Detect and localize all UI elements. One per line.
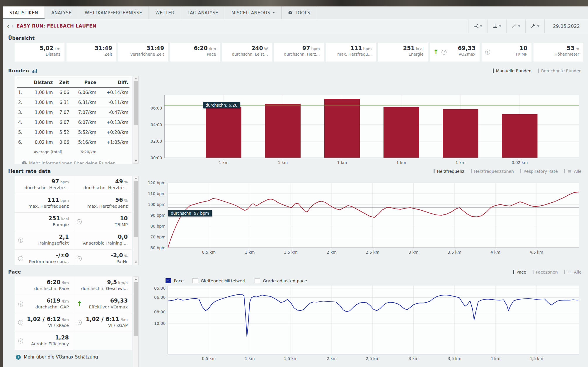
laps-section-head: Runden Manuelle RundenBerechnete Runden bbox=[3, 66, 588, 75]
view-link-label: Manuelle Runden bbox=[496, 69, 531, 73]
stat-icons: ↑? bbox=[433, 49, 446, 55]
legend-checkbox[interactable] bbox=[255, 278, 260, 283]
chevron-down-icon bbox=[518, 25, 520, 27]
tab-wettkampfergebnisse[interactable]: WETTKAMPFERGEBNISSE bbox=[78, 6, 149, 19]
stat-value: 2,1 bbox=[59, 233, 69, 240]
info-icon: i bbox=[16, 355, 21, 360]
scroll-thumb[interactable] bbox=[134, 81, 138, 125]
legend-item-grade-adjusted-pace[interactable]: Grade adjusted pace bbox=[255, 278, 307, 283]
next-activity-icon[interactable]: › bbox=[11, 23, 14, 29]
view-link-pacezonen[interactable]: Pacezonen bbox=[533, 270, 558, 274]
check-dash-icon bbox=[167, 281, 169, 281]
heart-rate-chart[interactable]: 0,5 km1 km1,5 km2 km2,5 km3 km3,5 km4 km… bbox=[147, 176, 582, 265]
cell-zeit: 6:31 bbox=[54, 98, 70, 107]
view-link-alle[interactable]: ≡Alle bbox=[564, 269, 582, 274]
stat-value: 240 bbox=[251, 45, 263, 51]
stat-value: 1,28 bbox=[55, 334, 69, 341]
laps-more-link[interactable]: i Mehr Informationen über deine Runden bbox=[22, 161, 116, 164]
pace-chart[interactable]: PaceGleitender MittelwertGrade adjusted … bbox=[147, 276, 582, 367]
view-link-manuelle-runden[interactable]: Manuelle Runden bbox=[493, 69, 531, 73]
help-icon[interactable]: ? bbox=[18, 339, 23, 344]
divider-bar bbox=[471, 169, 472, 173]
stat-value: 1,02 / 6:11 bbox=[86, 316, 119, 322]
scroll-up-icon[interactable] bbox=[133, 277, 138, 281]
scroll-down-icon[interactable] bbox=[133, 159, 138, 163]
share-button[interactable] bbox=[468, 19, 487, 33]
cell-n: 4. bbox=[17, 117, 25, 127]
stat-value: 10 bbox=[519, 45, 527, 51]
activity-date[interactable]: 29.05.2022 bbox=[544, 19, 588, 33]
stat-value-line: 111bpm bbox=[330, 45, 372, 51]
stat-value-line: 56% bbox=[77, 197, 128, 203]
help-icon[interactable]: ? bbox=[77, 320, 82, 325]
stat-icons: ? bbox=[18, 302, 23, 307]
chevron-down-icon bbox=[499, 25, 501, 27]
pace-scrollbar[interactable] bbox=[133, 276, 139, 367]
magic-wand-button[interactable] bbox=[506, 19, 525, 33]
lap-pace-bar-chart[interactable]: 00:0002:0004:0006:001 km1 km1 km1 km1 km… bbox=[147, 76, 582, 164]
tab-label: WETTER bbox=[155, 10, 174, 16]
stat-label: Energie bbox=[382, 52, 424, 57]
tab-tag-analyse[interactable]: TAG ANALYSE bbox=[181, 6, 225, 19]
wrench-button[interactable] bbox=[525, 19, 544, 33]
stat-value: 9,5 bbox=[107, 279, 117, 285]
table-row: 4.1,00 km6:076:07/km+0:13/km bbox=[17, 117, 129, 127]
bar-chart-icon[interactable] bbox=[32, 69, 37, 73]
cell-zeit: 6:06 bbox=[54, 88, 70, 98]
heart-scrollbar[interactable] bbox=[133, 176, 139, 265]
stat-value-line: 6:20/km bbox=[19, 279, 69, 285]
cell-distanz: 1,00 km bbox=[25, 98, 54, 107]
legend-checkbox[interactable] bbox=[166, 278, 171, 283]
overview-heading: Übersicht bbox=[8, 35, 35, 41]
title-actions bbox=[468, 19, 544, 33]
view-link-berechnete-runden[interactable]: Berechnete Runden bbox=[538, 69, 582, 73]
vo2max-more-link[interactable]: i Mehr über die VO₂max Schätzung bbox=[15, 350, 132, 361]
help-icon[interactable]: ? bbox=[485, 50, 490, 55]
tab-statistiken[interactable]: STATISTIKEN bbox=[3, 6, 45, 19]
help-icon[interactable]: ? bbox=[18, 256, 23, 261]
stat-value-line: 53m bbox=[538, 45, 579, 51]
stat-value-line: 10 bbox=[77, 215, 128, 221]
help-icon[interactable]: ? bbox=[18, 238, 23, 243]
info-icon: i bbox=[22, 161, 27, 164]
stat-unit: /km bbox=[62, 318, 69, 322]
help-icon[interactable]: ? bbox=[77, 256, 82, 261]
stat-value-line: 2,1 bbox=[19, 233, 69, 240]
overview-section-head: Übersicht bbox=[3, 33, 588, 42]
scroll-thumb[interactable] bbox=[134, 282, 138, 336]
scroll-thumb[interactable] bbox=[134, 181, 138, 237]
heart-body: 97bpmdurchschn. Herzfre...49%durchschn. … bbox=[15, 176, 583, 265]
tab-miscellaneous[interactable]: MISCELLANEOUS bbox=[225, 6, 282, 19]
prev-activity-icon[interactable]: ‹ bbox=[7, 23, 9, 29]
scroll-up-icon[interactable] bbox=[133, 76, 138, 81]
cell-diff: -0:47/km bbox=[98, 107, 129, 117]
tab-label: ANALYSE bbox=[51, 10, 71, 16]
stat-unit: /km bbox=[62, 299, 69, 303]
legend-item-gleitender-mittelwert[interactable]: Gleitender Mittelwert bbox=[192, 278, 246, 283]
scroll-down-icon[interactable] bbox=[133, 260, 138, 265]
help-icon[interactable]: ? bbox=[18, 302, 23, 307]
stat-value-line: 31:49 bbox=[122, 45, 164, 51]
download-button[interactable] bbox=[487, 19, 506, 33]
svg-text:90 bpm: 90 bpm bbox=[150, 213, 166, 218]
legend-checkbox[interactable] bbox=[192, 278, 198, 283]
svg-text:1,5 km: 1,5 km bbox=[284, 356, 298, 361]
tab-analyse[interactable]: ANALYSE bbox=[45, 6, 78, 19]
view-link-pace[interactable]: Pace bbox=[513, 270, 526, 274]
legend-item-pace[interactable]: Pace bbox=[166, 278, 184, 283]
laps-scrollbar[interactable] bbox=[133, 76, 139, 164]
svg-text:0,5 km: 0,5 km bbox=[202, 250, 216, 255]
svg-text:1,5 km: 1,5 km bbox=[284, 250, 298, 255]
svg-text:2 km: 2 km bbox=[327, 356, 337, 361]
help-icon[interactable]: ? bbox=[18, 320, 23, 325]
table-row: 2.1,00 km6:316:31/km-0:11/km bbox=[17, 98, 129, 107]
scroll-up-icon[interactable] bbox=[133, 176, 138, 181]
help-icon[interactable]: ? bbox=[77, 219, 82, 224]
pace-heading: Pace bbox=[8, 269, 21, 275]
table-row: 6.0,02 km0:065:16/km+1:05/km bbox=[17, 137, 129, 147]
svg-text:3 km: 3 km bbox=[409, 356, 419, 361]
help-icon[interactable]: ? bbox=[442, 50, 446, 55]
stat-trimp: ?10TRIMP bbox=[482, 43, 531, 62]
tab-wetter[interactable]: WETTER bbox=[149, 6, 181, 19]
tab-tools[interactable]: TOOLS bbox=[282, 6, 317, 19]
